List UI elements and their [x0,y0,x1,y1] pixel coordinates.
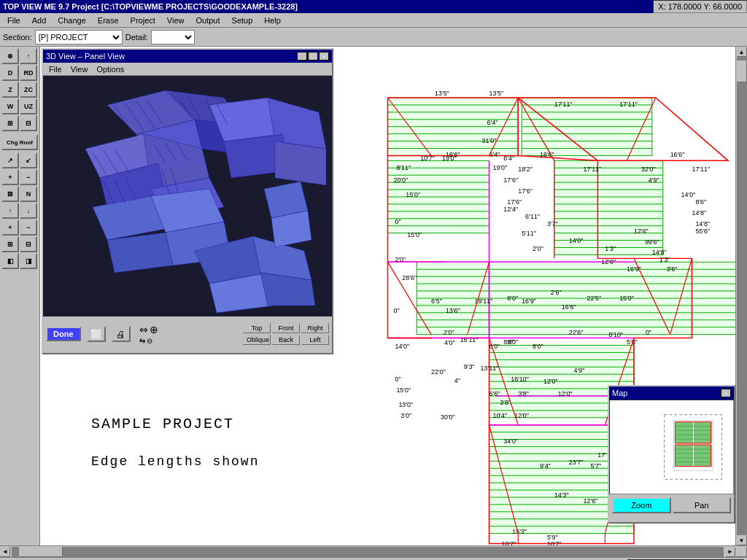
svg-text:8'11": 8'11" [396,164,411,171]
tool-d[interactable]: D [1,65,19,81]
scroll-down-btn[interactable]: ▼ [737,535,747,545]
svg-text:34'0": 34'0" [503,438,518,445]
tool-w[interactable]: W [1,98,19,114]
hscroll-left-btn[interactable]: ◄ [0,547,10,557]
panel-menu-view[interactable]: View [68,65,91,74]
tool-n[interactable]: N [20,186,37,202]
map-zoom-btn[interactable]: Zoom [612,497,671,513]
scroll-track[interactable] [737,57,747,535]
svg-rect-251 [694,445,712,467]
nav-controls: ⇔ ⊕ ⇆ ⊖ [139,324,158,345]
panel-3d-view: 3D View – Panel View _ □ × File View Opt… [42,48,333,354]
svg-text:10'7": 10'7" [420,155,435,162]
menu-file[interactable]: File [3,15,25,26]
svg-text:12'0": 12'0" [514,412,529,419]
menu-output[interactable]: Output [192,15,225,26]
tool-plus1[interactable]: + [1,169,19,185]
svg-text:15'0": 15'0" [406,191,420,198]
svg-text:6'4": 6'4" [487,119,498,126]
tool-extra4[interactable]: ◨ [20,253,37,269]
map-title: Map [612,389,627,397]
panel-menu-options[interactable]: Options [93,65,127,74]
scroll-thumb[interactable] [737,61,747,82]
svg-text:17'11": 17'11" [584,166,602,173]
svg-marker-215 [275,141,326,185]
view-front-btn[interactable]: Front [272,323,300,333]
hscroll-right-btn[interactable]: ► [725,547,735,557]
tool-extra2[interactable]: ⊟ [20,236,37,252]
svg-text:19'0": 19'0" [442,155,457,162]
tool-z[interactable]: Z [1,82,19,98]
svg-text:17'11": 17'11" [554,101,573,108]
hscroll-thumb[interactable] [19,547,63,557]
tool-rd[interactable]: RD [20,65,37,81]
panel-box-icon[interactable]: ⬜ [87,326,106,342]
tool-extra1[interactable]: ⊞ [1,236,19,252]
svg-text:13'5": 13'5" [435,90,449,97]
svg-text:30'0": 30'0" [441,413,455,421]
svg-text:3'8": 3'8" [500,399,511,406]
map-close-btn[interactable]: × [721,389,731,397]
svg-text:4'9": 4'9" [574,367,585,374]
tool-plus2[interactable]: + [1,219,19,236]
svg-text:12'0": 12'0" [543,378,558,385]
tool-arr-dn[interactable]: ↓ [20,203,37,219]
view-top-btn[interactable]: Top [243,323,271,333]
coord-display: X: 178.0000 Y: 66.0000 [653,0,747,13]
svg-text:6'5": 6'5" [431,298,442,305]
panel-done-button[interactable]: Done [46,327,81,341]
hscroll-track[interactable] [12,547,724,557]
menu-setup[interactable]: Setup [228,15,258,26]
tool-zc[interactable]: ZC [20,82,37,98]
tool-grid2[interactable]: ⊟ [20,115,37,131]
chg-roof-btn[interactable]: Chg Roof [1,134,38,150]
section-label: Section: [3,33,32,42]
svg-text:16'6": 16'6" [562,303,576,311]
view-left-btn[interactable]: Left [301,335,329,345]
tool-uz[interactable]: UZ [20,98,37,114]
panel-minimize-btn[interactable]: _ [297,52,307,61]
svg-text:17'6": 17'6" [503,176,518,184]
tool-minus2[interactable]: − [20,219,37,236]
panel-print-icon[interactable]: 🖨 [112,326,131,342]
panel-maximize-btn[interactable]: □ [308,52,318,61]
detail-select[interactable] [151,30,195,44]
panel-3d-titlebar[interactable]: 3D View – Panel View _ □ × [43,50,332,63]
tool-diag2[interactable]: ↙ [20,152,37,168]
menu-project[interactable]: Project [126,15,160,26]
scroll-up-btn[interactable]: ▲ [737,47,747,57]
svg-text:8'0": 8'0" [533,343,543,350]
view-right-btn[interactable]: Right [301,323,329,333]
panel-close-btn[interactable]: × [319,52,329,61]
view-back-btn[interactable]: Back [272,335,300,345]
tool-extra3[interactable]: ◧ [1,253,19,269]
section-select[interactable]: [P] PROJECT [35,30,123,44]
svg-text:12'4": 12'4" [503,206,518,213]
map-canvas [609,400,734,494]
svg-text:31'0": 31'0" [482,137,497,144]
svg-text:15'0": 15'0" [407,231,422,238]
svg-text:6'6": 6'6" [489,390,500,397]
svg-text:5'11": 5'11" [522,230,536,237]
tool-box1[interactable]: ⊠ [1,186,19,202]
svg-text:8'6": 8'6" [695,198,706,206]
detail-label: Detail: [125,33,148,42]
tool-diag1[interactable]: ↗ [1,152,19,168]
menu-change[interactable]: Change [53,15,90,26]
svg-text:1'3": 1'3" [605,245,616,252]
menu-view[interactable]: View [163,15,189,26]
tool-crosshair[interactable]: ⊕ [1,48,19,64]
tool-grid1[interactable]: ⊞ [1,115,19,131]
menu-erase[interactable]: Erase [93,15,123,26]
tool-up[interactable]: ↑ [20,48,37,64]
svg-text:10'7": 10'7" [547,540,562,545]
view-oblique-btn[interactable]: Oblique [243,335,271,345]
svg-text:8'0": 8'0" [507,295,518,302]
tool-minus1[interactable]: − [20,169,37,185]
menu-help[interactable]: Help [260,15,285,26]
tool-arr-up[interactable]: ↑ [1,203,19,219]
svg-text:4'0": 4'0" [444,340,455,347]
map-pan-btn[interactable]: Pan [673,497,732,513]
menu-add[interactable]: Add [28,15,51,26]
panel-menu-file[interactable]: File [46,65,65,74]
